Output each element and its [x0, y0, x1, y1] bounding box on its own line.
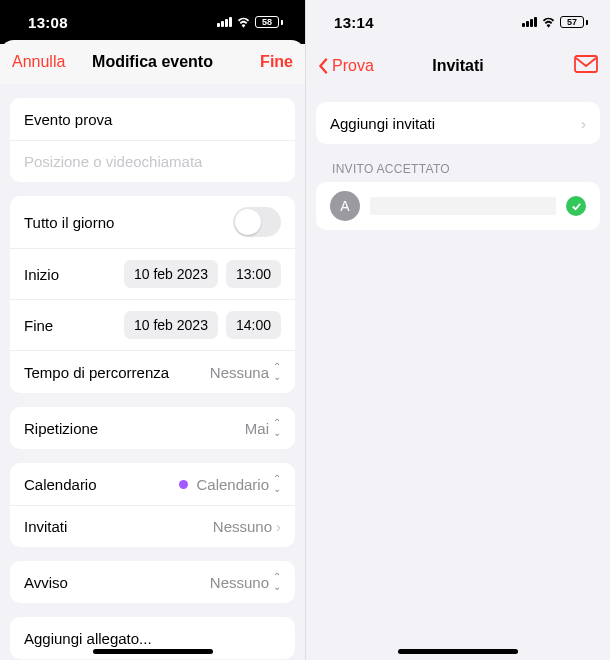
repeat-card: Ripetizione Mai⌃⌄	[10, 407, 295, 449]
attachment-label: Aggiungi allegato...	[24, 630, 152, 647]
calendar-row[interactable]: Calendario Calendario⌃⌄	[10, 463, 295, 505]
end-label: Fine	[24, 317, 53, 334]
back-label: Prova	[332, 57, 374, 75]
travel-value: Nessuna	[210, 364, 269, 381]
navbar: Annulla Modifica evento Fine	[0, 40, 305, 84]
all-day-toggle[interactable]	[233, 207, 281, 237]
done-button[interactable]: Fine	[260, 53, 293, 71]
signal-icon	[522, 17, 537, 27]
calendar-color-dot	[179, 480, 188, 489]
all-day-label: Tutto il giorno	[24, 214, 114, 231]
all-day-row: Tutto il giorno	[10, 196, 295, 248]
repeat-value: Mai	[245, 420, 269, 437]
back-button[interactable]: Prova	[318, 57, 374, 75]
location-input[interactable]: Posizione o videochiamata	[10, 140, 295, 182]
updown-icon: ⌃⌄	[273, 474, 281, 494]
updown-icon: ⌃⌄	[273, 572, 281, 592]
signal-icon	[217, 17, 232, 27]
chevron-left-icon	[318, 57, 330, 75]
calendar-card: Calendario Calendario⌃⌄ Invitati Nessuno…	[10, 463, 295, 547]
invitees-value: Nessuno	[213, 518, 272, 535]
navbar: Prova Invitati	[306, 44, 610, 88]
home-indicator	[398, 649, 518, 654]
add-invitees-card: Aggiungi invitati ›	[316, 102, 600, 144]
start-date-chip[interactable]: 10 feb 2023	[124, 260, 218, 288]
travel-time-row[interactable]: Tempo di percorrenza Nessuna⌃⌄	[10, 350, 295, 393]
status-bar: 13:14 57	[306, 0, 610, 44]
cancel-button[interactable]: Annulla	[12, 53, 65, 71]
updown-icon: ⌃⌄	[273, 362, 281, 382]
end-row: Fine 10 feb 2023 14:00	[10, 299, 295, 350]
wifi-icon	[541, 16, 556, 28]
invitees-label: Invitati	[24, 518, 67, 535]
invitees-row[interactable]: Invitati Nessuno›	[10, 505, 295, 547]
alert-card: Avviso Nessuno⌃⌄	[10, 561, 295, 603]
avatar: A	[330, 191, 360, 221]
battery-icon: 58	[255, 16, 283, 28]
content: Evento prova Posizione o videochiamata T…	[0, 84, 305, 660]
battery-icon: 57	[560, 16, 588, 28]
section-header-accepted: INVITO ACCETTATO	[316, 144, 600, 182]
invitees-screen: 13:14 57 Prova Invitati Aggiungi invitat…	[305, 0, 610, 660]
add-invitees-label: Aggiungi invitati	[330, 115, 435, 132]
datetime-card: Tutto il giorno Inizio 10 feb 2023 13:00…	[10, 196, 295, 393]
mail-icon	[574, 55, 598, 73]
alert-row[interactable]: Avviso Nessuno⌃⌄	[10, 561, 295, 603]
title-location-card: Evento prova Posizione o videochiamata	[10, 98, 295, 182]
invitee-name-redacted	[370, 197, 556, 215]
calendar-value: Calendario	[196, 476, 269, 493]
svg-rect-0	[575, 56, 597, 72]
edit-event-screen: 13:08 58 Annulla Modifica evento Fine Ev…	[0, 0, 305, 660]
event-title-input[interactable]: Evento prova	[10, 98, 295, 140]
repeat-row[interactable]: Ripetizione Mai⌃⌄	[10, 407, 295, 449]
location-placeholder: Posizione o videochiamata	[24, 153, 202, 170]
updown-icon: ⌃⌄	[273, 418, 281, 438]
end-date-chip[interactable]: 10 feb 2023	[124, 311, 218, 339]
content: Aggiungi invitati › INVITO ACCETTATO A	[306, 88, 610, 660]
status-icons: 57	[522, 16, 588, 28]
mail-button[interactable]	[574, 55, 598, 77]
status-bar: 13:08 58	[0, 0, 305, 44]
start-label: Inizio	[24, 266, 59, 283]
status-time: 13:08	[28, 14, 68, 31]
accepted-check-icon	[566, 196, 586, 216]
add-invitees-row[interactable]: Aggiungi invitati ›	[316, 102, 600, 144]
alert-value: Nessuno	[210, 574, 269, 591]
start-time-chip[interactable]: 13:00	[226, 260, 281, 288]
repeat-label: Ripetizione	[24, 420, 98, 437]
travel-label: Tempo di percorrenza	[24, 364, 169, 381]
end-time-chip[interactable]: 14:00	[226, 311, 281, 339]
status-icons: 58	[217, 16, 283, 28]
start-row: Inizio 10 feb 2023 13:00	[10, 248, 295, 299]
wifi-icon	[236, 16, 251, 28]
status-time: 13:14	[334, 14, 374, 31]
invitee-item[interactable]: A	[316, 182, 600, 230]
home-indicator	[93, 649, 213, 654]
chevron-right-icon: ›	[276, 518, 281, 535]
calendar-label: Calendario	[24, 476, 97, 493]
event-title-value: Evento prova	[24, 111, 112, 128]
chevron-right-icon: ›	[581, 115, 586, 132]
alert-label: Avviso	[24, 574, 68, 591]
